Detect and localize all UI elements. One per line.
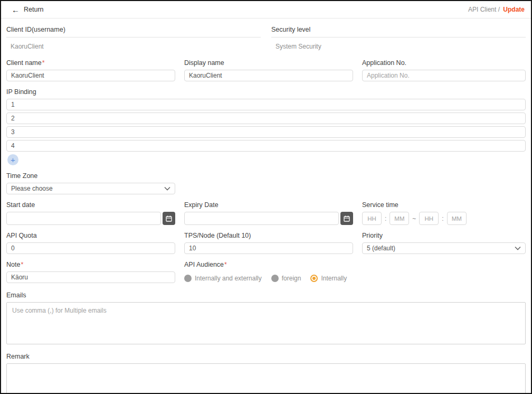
tps-node-input[interactable] — [184, 242, 353, 254]
time-range-separator: ~ — [412, 215, 416, 222]
api-audience-label: API Audience* — [184, 261, 526, 268]
topbar: ← Return API Client / Update — [1, 1, 531, 18]
radio-option-label: Internally and externally — [195, 275, 262, 282]
client-id-value: KaoruClient — [6, 37, 261, 52]
service-time-field: Service time : ~ : — [362, 201, 526, 225]
dates-row: Start date Expiry Date Servi — [6, 201, 526, 225]
remark-textarea[interactable] — [6, 363, 526, 394]
breadcrumb-current: Update — [503, 6, 525, 13]
client-name-input[interactable] — [6, 70, 175, 81]
add-ip-button[interactable]: + — [7, 154, 18, 165]
expiry-date-input[interactable] — [184, 212, 339, 225]
note-input[interactable] — [6, 271, 175, 283]
api-quota-label: API Quota — [6, 232, 175, 239]
radio-unselected-icon — [184, 275, 192, 282]
display-name-field: Display name — [184, 59, 353, 81]
ip-binding-row — [6, 112, 526, 124]
chevron-down-icon — [164, 186, 170, 191]
start-date-wrap — [6, 212, 175, 225]
tps-node-field: TPS/Node (Default 10) — [184, 232, 353, 254]
ip-index-input[interactable] — [6, 126, 526, 138]
display-name-label: Display name — [184, 59, 353, 67]
timezone-selected-value: Please choose — [11, 185, 53, 192]
ip-binding-rows — [6, 99, 526, 152]
ip-binding-label: IP Binding — [6, 88, 526, 96]
api-audience-options: Internally and externally foreign Intern… — [184, 273, 526, 284]
start-date-label: Start date — [6, 201, 175, 209]
form-content: Client ID(username) KaoruClient Security… — [1, 18, 531, 394]
service-start-minute-input[interactable] — [390, 212, 409, 225]
client-id-section: Client ID(username) KaoruClient — [6, 23, 261, 52]
remark-label: Remark — [6, 353, 526, 360]
start-date-input[interactable] — [6, 212, 161, 225]
ip-index-input[interactable] — [6, 112, 526, 124]
plus-icon: + — [11, 155, 15, 165]
return-button[interactable]: ← Return — [12, 6, 44, 14]
expiry-date-field: Expiry Date — [184, 201, 353, 225]
radio-selected-icon — [310, 275, 318, 282]
return-label: Return — [24, 6, 44, 13]
expiry-date-wrap — [184, 212, 353, 225]
ip-binding-row — [6, 140, 526, 152]
timezone-label: Time Zone — [6, 172, 175, 180]
service-start-hour-input[interactable] — [362, 212, 382, 225]
readonly-row: Client ID(username) KaoruClient Security… — [6, 23, 526, 52]
chevron-down-icon — [515, 246, 521, 250]
client-name-label-text: Client name — [6, 59, 42, 67]
required-asterisk: * — [21, 261, 23, 268]
ip-binding-row — [6, 99, 526, 110]
api-client-update-page: ← Return API Client / Update Client ID(u… — [0, 0, 532, 394]
start-date-field: Start date — [6, 201, 175, 225]
calendar-icon — [343, 215, 350, 222]
radio-foreign[interactable]: foreign — [271, 275, 301, 282]
ip-index-input[interactable] — [6, 99, 526, 110]
note-field: Note* — [6, 261, 175, 284]
expiry-date-label: Expiry Date — [184, 201, 353, 209]
note-label: Note* — [6, 261, 175, 268]
emails-label: Emails — [6, 292, 526, 299]
required-asterisk: * — [42, 59, 45, 67]
application-no-field: Application No. — [362, 59, 526, 81]
back-arrow-icon: ← — [12, 6, 20, 14]
ip-binding-section: IP Binding — [6, 88, 526, 165]
client-id-label: Client ID(username) — [6, 23, 261, 37]
ip-binding-row — [6, 126, 526, 138]
breadcrumb: API Client / Update — [468, 6, 525, 13]
security-level-value: System Security — [271, 37, 526, 52]
ip-index-input[interactable] — [6, 140, 526, 152]
display-name-input[interactable] — [184, 70, 353, 81]
priority-select[interactable]: 5 (default) — [362, 242, 526, 254]
security-level-section: Security level System Security — [271, 23, 526, 52]
name-row: Client name* Display name Application No… — [6, 59, 526, 81]
emails-textarea[interactable] — [6, 302, 526, 344]
emails-field: Emails — [6, 292, 526, 344]
note-row: Note* API Audience* Internally and exter… — [6, 261, 526, 284]
priority-field: Priority 5 (default) — [362, 232, 526, 254]
start-date-calendar-button[interactable] — [163, 212, 175, 225]
security-level-label: Security level — [271, 23, 526, 37]
radio-internally-and-externally[interactable]: Internally and externally — [184, 275, 262, 282]
service-time-label: Service time — [362, 201, 526, 209]
client-name-label: Client name* — [6, 59, 175, 67]
api-quota-input[interactable] — [6, 242, 175, 254]
radio-unselected-icon — [271, 275, 279, 282]
application-no-input[interactable] — [362, 70, 526, 81]
expiry-date-calendar-button[interactable] — [340, 212, 353, 225]
radio-option-label: Internally — [321, 275, 347, 282]
required-asterisk: * — [224, 261, 227, 268]
breadcrumb-section: API Client / — [468, 6, 500, 13]
timezone-field: Time Zone Please choose — [6, 172, 175, 194]
api-audience-label-text: API Audience — [184, 261, 224, 268]
timezone-row: Time Zone Please choose — [6, 172, 526, 194]
api-quota-field: API Quota — [6, 232, 175, 254]
remark-field: Remark — [6, 353, 526, 394]
radio-internally[interactable]: Internally — [310, 275, 347, 282]
application-no-label: Application No. — [362, 59, 526, 67]
service-end-hour-input[interactable] — [419, 212, 439, 225]
service-end-minute-input[interactable] — [447, 212, 467, 225]
priority-label: Priority — [362, 232, 526, 239]
timezone-select[interactable]: Please choose — [6, 183, 175, 194]
priority-selected-value: 5 (default) — [367, 245, 395, 252]
client-name-field: Client name* — [6, 59, 175, 81]
calendar-icon — [165, 215, 173, 222]
